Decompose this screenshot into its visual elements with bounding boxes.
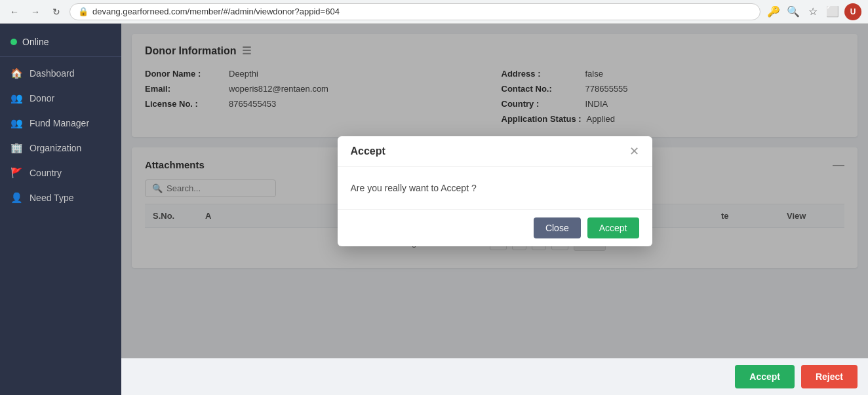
sidebar-label-organization: Organization bbox=[30, 143, 81, 153]
sidebar-label-need-type: Need Type bbox=[30, 193, 73, 203]
bottom-action-bar: Accept Reject bbox=[121, 358, 868, 395]
sidebar-item-need-type[interactable]: 👤 Need Type bbox=[0, 185, 121, 210]
sidebar-item-dashboard[interactable]: 🏠 Dashboard bbox=[0, 61, 121, 86]
sidebar-nav: 🏠 Dashboard 👥 Donor 👥 Fund Manager 🏢 Org… bbox=[0, 57, 121, 210]
modal-header: Accept ✕ bbox=[338, 136, 652, 167]
reload-button[interactable]: ↻ bbox=[49, 4, 64, 20]
status-label: Online bbox=[22, 37, 49, 47]
reject-main-button[interactable]: Reject bbox=[801, 365, 858, 388]
app-layout: Online 🏠 Dashboard 👥 Donor 👥 Fund Manage… bbox=[0, 24, 868, 395]
status-dot bbox=[10, 39, 17, 45]
accept-main-button[interactable]: Accept bbox=[735, 365, 795, 388]
sidebar-item-donor[interactable]: 👥 Donor bbox=[0, 86, 121, 111]
modal-body-text: Are you really want to Accept ? bbox=[351, 183, 477, 193]
modal-overlay: Accept ✕ Are you really want to Accept ?… bbox=[121, 24, 868, 358]
url-text: devang.gearforneed.com/member/#/admin/vi… bbox=[92, 7, 340, 16]
donor-icon: 👥 bbox=[10, 92, 23, 104]
browser-actions: 🔑 🔍 ☆ ⬜ U bbox=[766, 3, 861, 20]
organization-icon: 🏢 bbox=[10, 142, 23, 154]
sidebar-item-fund-manager[interactable]: 👥 Fund Manager bbox=[0, 111, 121, 136]
sidebar: Online 🏠 Dashboard 👥 Donor 👥 Fund Manage… bbox=[0, 24, 121, 395]
star-icon[interactable]: ☆ bbox=[805, 4, 821, 20]
sidebar-label-country: Country bbox=[30, 168, 62, 178]
modal-footer: Close Accept bbox=[338, 209, 652, 246]
search-browser-button[interactable]: 🔍 bbox=[785, 4, 801, 20]
user-avatar[interactable]: U bbox=[844, 3, 861, 20]
url-bar[interactable]: 🔒 devang.gearforneed.com/member/#/admin/… bbox=[69, 3, 760, 20]
sidebar-label-dashboard: Dashboard bbox=[30, 68, 75, 79]
country-icon: 🚩 bbox=[10, 167, 23, 179]
main-content: Donor Information ☰ Donor Name : Deepthi… bbox=[121, 24, 868, 358]
modal-close-button[interactable]: ✕ bbox=[629, 145, 639, 157]
sidebar-label-donor: Donor bbox=[30, 93, 54, 103]
split-view-icon[interactable]: ⬜ bbox=[825, 4, 840, 20]
sidebar-label-fund-manager: Fund Manager bbox=[30, 118, 89, 128]
key-icon[interactable]: 🔑 bbox=[766, 4, 781, 20]
status-indicator: Online bbox=[0, 30, 121, 57]
browser-bar: ← → ↻ 🔒 devang.gearforneed.com/member/#/… bbox=[0, 0, 868, 24]
sidebar-item-country[interactable]: 🚩 Country bbox=[0, 160, 121, 185]
accept-modal: Accept ✕ Are you really want to Accept ?… bbox=[338, 136, 652, 246]
forward-button[interactable]: → bbox=[28, 4, 43, 20]
sidebar-item-organization[interactable]: 🏢 Organization bbox=[0, 136, 121, 160]
modal-body: Are you really want to Accept ? bbox=[338, 167, 652, 209]
back-button[interactable]: ← bbox=[7, 4, 22, 20]
fund-manager-icon: 👥 bbox=[10, 117, 23, 129]
accept-modal-button[interactable]: Accept bbox=[587, 217, 639, 238]
modal-title: Accept bbox=[351, 145, 385, 157]
dashboard-icon: 🏠 bbox=[10, 67, 23, 79]
need-type-icon: 👤 bbox=[10, 192, 23, 204]
close-modal-button[interactable]: Close bbox=[534, 217, 581, 238]
